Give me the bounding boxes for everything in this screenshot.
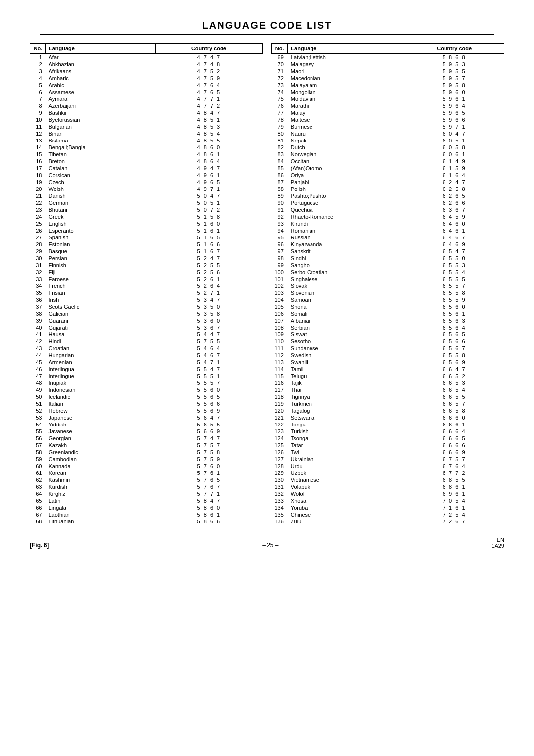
row-number: 119 [272,400,288,407]
row-country-code: 5 9 5 7 [404,75,504,82]
row-number: 65 [30,497,46,504]
table-row: 90Portuguese6 2 6 6 [272,199,504,206]
row-country-code: 5 3 6 0 [155,317,262,324]
table-row: 21Danish5 0 4 7 [30,192,263,199]
row-language: Samoan [288,296,404,303]
row-country-code: 6 8 5 5 [404,476,504,483]
row-country-code: 5 9 6 0 [404,89,504,95]
table-row: 71Maori5 9 5 5 [272,68,504,75]
row-language: Malay [288,109,404,116]
row-language: Guarani [46,317,156,324]
row-language: Tibetan [46,151,156,158]
table-row: 43Croatian5 4 6 4 [30,345,263,352]
row-number: 95 [272,234,288,241]
table-row: 17Catalan4 9 4 7 [30,165,263,172]
row-language: Corsican [46,172,156,179]
table-row: 53Japanese5 6 4 7 [30,414,263,421]
row-country-code: 6 5 6 7 [404,345,504,352]
row-language: Romanian [288,227,404,234]
row-country-code: 6 7 6 4 [404,463,504,470]
row-number: 93 [272,220,288,227]
table-row: 29Basque5 1 6 7 [30,248,263,255]
row-language: Bihari [46,130,156,137]
row-language: Albanian [288,317,404,324]
row-language: Latin [46,497,156,504]
table-row: 64Kirghiz5 7 7 1 [30,490,263,497]
table-row: 3Afrikaans4 7 5 2 [30,68,263,75]
row-number: 107 [272,317,288,324]
table-row: 104Samoan6 5 5 9 [272,296,504,303]
row-number: 77 [272,109,288,116]
row-country-code: 5 7 7 1 [155,490,262,497]
table-row: 100Serbo-Croatian6 5 5 4 [272,269,504,276]
row-country-code: 5 3 5 0 [155,303,262,310]
row-country-code: 5 8 6 8 [404,54,504,61]
row-country-code: 4 8 6 0 [155,144,262,151]
row-language: Wolof [288,490,404,497]
row-number: 88 [272,186,288,192]
table-row: 91Quechua6 3 6 7 [272,206,504,213]
row-country-code: 6 6 5 4 [404,386,504,393]
row-language: Catalan [46,165,156,172]
row-language: Tagalog [288,407,404,414]
row-country-code: 5 9 5 8 [404,82,504,89]
row-number: 135 [272,511,288,518]
row-number: 38 [30,310,46,317]
row-country-code: 6 6 4 7 [404,366,504,373]
row-language: Lithuanian [46,518,156,525]
row-country-code: 5 5 6 6 [155,400,262,407]
row-country-code: 5 7 5 5 [155,338,262,345]
row-number: 134 [272,504,288,511]
row-language: Amharic [46,75,156,82]
table-row: 49Indonesian5 5 6 0 [30,386,263,393]
table-row: 128Urdu6 7 6 4 [272,463,504,470]
row-language: Maltese [288,116,404,123]
row-country-code: 4 8 5 5 [155,137,262,144]
row-language: Basque [46,248,156,255]
row-language: Kurdish [46,483,156,490]
row-country-code: 6 5 6 4 [404,324,504,331]
row-number: 73 [272,82,288,89]
table-row: 60Kannada5 7 6 0 [30,463,263,470]
row-number: 54 [30,421,46,428]
row-language: Afar [46,54,156,61]
row-country-code: 6 1 5 9 [404,165,504,172]
row-country-code: 6 0 5 8 [404,144,504,151]
table-row: 18Corsican4 9 6 1 [30,172,263,179]
table-row: 94Romanian6 4 6 1 [272,227,504,234]
table-row: 106Somali6 5 6 1 [272,310,504,317]
row-number: 26 [30,227,46,234]
table-row: 19Czech4 9 6 5 [30,179,263,186]
row-country-code: 6 5 6 1 [404,310,504,317]
table-row: 25English5 1 6 0 [30,220,263,227]
table-row: 108Serbian6 5 6 4 [272,324,504,331]
row-country-code: 5 3 6 7 [155,324,262,331]
row-language: Bulgarian [46,123,156,130]
table-row: 97Sanskrit6 5 4 7 [272,248,504,255]
row-number: 116 [272,379,288,386]
row-country-code: 5 5 6 0 [155,386,262,393]
row-language: Esperanto [46,227,156,234]
row-country-code: 6 7 7 2 [404,470,504,476]
row-number: 74 [272,89,288,95]
row-language: Malayalam [288,82,404,89]
row-number: 62 [30,476,46,483]
row-country-code: 6 4 6 0 [404,220,504,227]
row-language: Greenlandic [46,449,156,456]
row-language: Kannada [46,463,156,470]
row-country-code: 5 9 6 6 [404,116,504,123]
table-row: 87Panjabi6 2 4 7 [272,179,504,186]
row-language: Aymara [46,95,156,102]
row-language: Turkish [288,428,404,435]
row-country-code: 6 4 6 9 [404,241,504,248]
row-number: 22 [30,199,46,206]
row-country-code: 5 9 6 1 [404,95,504,102]
row-number: 70 [272,61,288,68]
row-language: Yoruba [288,504,404,511]
row-country-code: 5 9 7 1 [404,123,504,130]
row-number: 55 [30,428,46,435]
row-number: 128 [272,463,288,470]
row-language: English [46,220,156,227]
row-language: Uzbek [288,470,404,476]
row-country-code: 5 4 4 7 [155,331,262,338]
